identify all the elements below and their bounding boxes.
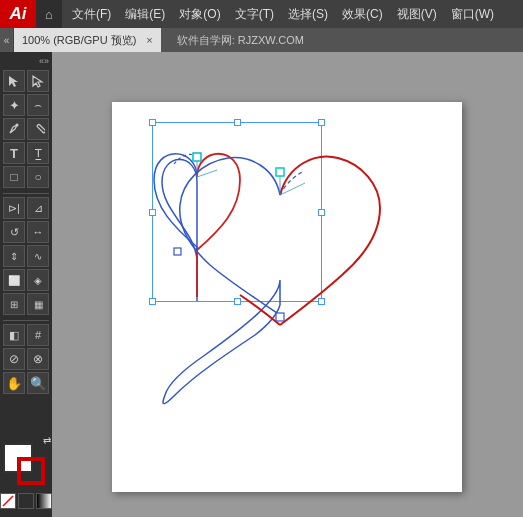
blob-brush-tool[interactable]: ⊿ bbox=[27, 197, 49, 219]
tool-row-2: ✦ ⌢ bbox=[3, 94, 49, 116]
reflect-tool[interactable]: ↔ bbox=[27, 221, 49, 243]
heart-main-svg bbox=[110, 100, 465, 500]
heart-left-lower bbox=[163, 280, 280, 404]
swatch-controls bbox=[0, 493, 52, 509]
color-swatches: ⇄ bbox=[0, 443, 52, 517]
home-icon[interactable]: ⌂ bbox=[36, 0, 62, 28]
width-tool[interactable]: ⇕ bbox=[3, 245, 25, 267]
menu-view[interactable]: 视图(V) bbox=[391, 0, 443, 28]
tab-bar: « 100% (RGB/GPU 预览) × 软件自学网: RJZXW.COM bbox=[0, 28, 523, 52]
eyedropper-tool[interactable]: ⊘ bbox=[3, 348, 25, 370]
active-anchor-top bbox=[276, 168, 284, 176]
canvas-area bbox=[52, 52, 523, 517]
app-logo-text: Ai bbox=[10, 4, 27, 24]
menu-window[interactable]: 窗口(W) bbox=[445, 0, 500, 28]
shape-builder-tool[interactable]: ◈ bbox=[27, 269, 49, 291]
hand-tool[interactable]: ✋ bbox=[3, 372, 25, 394]
mesh-tool[interactable]: # bbox=[27, 324, 49, 346]
svg-rect-1 bbox=[37, 124, 45, 133]
heart-right-lower-start bbox=[240, 295, 280, 325]
zoom-tool[interactable]: 🔍 bbox=[27, 372, 49, 394]
none-fill-icon[interactable] bbox=[0, 493, 16, 509]
toolbar-separator-1 bbox=[3, 193, 49, 194]
stroke-swatch[interactable] bbox=[17, 457, 45, 485]
pencil-tool[interactable] bbox=[27, 118, 49, 140]
color-icon[interactable] bbox=[18, 493, 34, 509]
tool-row-8: ⇕ ∿ bbox=[3, 245, 49, 267]
tool-row-5: □ ○ bbox=[3, 166, 49, 188]
lasso-tool[interactable]: ⌢ bbox=[27, 94, 49, 116]
heart-right-upper bbox=[280, 157, 380, 325]
paintbrush-tool[interactable]: ⊳| bbox=[3, 197, 25, 219]
tool-row-6: ⊳| ⊿ bbox=[3, 197, 49, 219]
tool-row-7: ↺ ↔ bbox=[3, 221, 49, 243]
tool-row-12: ⊘ ⊗ bbox=[3, 348, 49, 370]
menu-effect[interactable]: 效果(C) bbox=[336, 0, 389, 28]
pen-tool[interactable] bbox=[3, 118, 25, 140]
magic-wand-tool[interactable]: ✦ bbox=[3, 94, 25, 116]
selection-tool[interactable] bbox=[3, 70, 25, 92]
tool-row-10: ⊞ ▦ bbox=[3, 293, 49, 315]
tool-row-11: ◧ # bbox=[3, 324, 49, 346]
svg-point-0 bbox=[16, 124, 19, 127]
menu-object[interactable]: 对象(O) bbox=[173, 0, 226, 28]
gradient-tool[interactable]: ◧ bbox=[3, 324, 25, 346]
warp-tool[interactable]: ∿ bbox=[27, 245, 49, 267]
rotate-tool[interactable]: ↺ bbox=[3, 221, 25, 243]
tool-row-9: ⬜ ◈ bbox=[3, 269, 49, 291]
menu-bar: Ai ⌂ 文件(F) 编辑(E) 对象(O) 文字(T) 选择(S) 效果(C)… bbox=[0, 0, 523, 28]
heart-left-upper bbox=[180, 158, 280, 315]
tool-row-4: T T̲ bbox=[3, 142, 49, 164]
toolbar-separator-2 bbox=[3, 320, 49, 321]
tab-watermark: 软件自学网: RJZXW.COM bbox=[177, 33, 304, 48]
tab-collapse-button[interactable]: « bbox=[0, 28, 14, 52]
active-tab[interactable]: 100% (RGB/GPU 预览) × bbox=[14, 28, 161, 52]
tool-row-3 bbox=[3, 118, 49, 140]
toolbar-collapse-icon[interactable]: «» bbox=[39, 56, 49, 66]
main-layout: «» ✦ ⌢ bbox=[0, 52, 523, 517]
tab-close-button[interactable]: × bbox=[146, 34, 152, 46]
ellipse-tool[interactable]: ○ bbox=[27, 166, 49, 188]
menu-type[interactable]: 文字(T) bbox=[229, 0, 280, 28]
svg-line-2 bbox=[3, 496, 13, 506]
swatch-area: ⇄ bbox=[3, 443, 49, 489]
anchor-left-mid bbox=[174, 248, 181, 255]
menu-file[interactable]: 文件(F) bbox=[66, 0, 117, 28]
toolbar: «» ✦ ⌢ bbox=[0, 52, 52, 517]
tool-row-1 bbox=[3, 70, 49, 92]
paint-bucket-tool[interactable]: ⊗ bbox=[27, 348, 49, 370]
anchor-bottom bbox=[276, 313, 284, 321]
perspective-grid-tool[interactable]: ⊞ bbox=[3, 293, 25, 315]
graph-tool[interactable]: ▦ bbox=[27, 293, 49, 315]
direct-selection-tool[interactable] bbox=[27, 70, 49, 92]
menu-select[interactable]: 选择(S) bbox=[282, 0, 334, 28]
app-logo: Ai bbox=[0, 0, 36, 28]
free-transform-tool[interactable]: ⬜ bbox=[3, 269, 25, 291]
menu-edit[interactable]: 编辑(E) bbox=[119, 0, 171, 28]
swap-fill-stroke-icon[interactable]: ⇄ bbox=[43, 435, 51, 446]
menu-items: 文件(F) 编辑(E) 对象(O) 文字(T) 选择(S) 效果(C) 视图(V… bbox=[62, 0, 500, 28]
tool-row-13: ✋ 🔍 bbox=[3, 372, 49, 394]
tab-label: 100% (RGB/GPU 预览) bbox=[22, 33, 136, 48]
rectangle-tool[interactable]: □ bbox=[3, 166, 25, 188]
gradient-icon[interactable] bbox=[36, 493, 52, 509]
vertical-type-tool[interactable]: T̲ bbox=[27, 142, 49, 164]
type-tool[interactable]: T bbox=[3, 142, 25, 164]
